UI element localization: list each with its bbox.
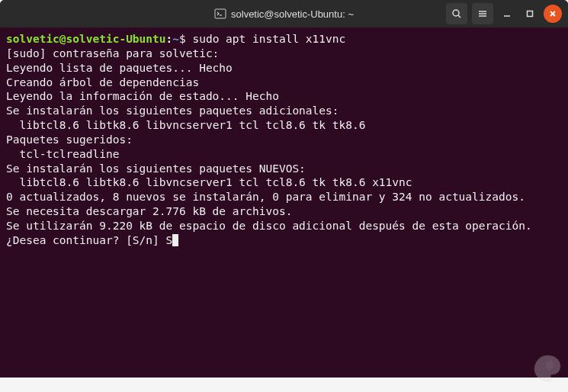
terminal-window: solvetic@solvetic-Ubuntu: ~ solvetic@sol… <box>0 0 568 378</box>
maximize-button[interactable] <box>521 5 539 23</box>
minimize-button[interactable] <box>498 5 516 23</box>
titlebar: solvetic@solvetic-Ubuntu: ~ <box>0 0 568 27</box>
menu-button[interactable] <box>472 3 493 24</box>
output-line: Paquetes sugeridos: <box>6 133 562 147</box>
svg-point-11 <box>546 361 554 370</box>
watermark-icon <box>531 352 563 387</box>
output-line: Se instalarán los siguientes paquetes NU… <box>6 162 562 176</box>
output-line: tcl-tclreadline <box>6 147 562 162</box>
terminal-icon <box>214 8 226 20</box>
svg-line-3 <box>458 15 460 18</box>
output-line: Se necesita descargar 2.776 kB de archiv… <box>6 204 562 219</box>
terminal-body[interactable]: solvetic@solvetic-Ubuntu:~$ sudo apt ins… <box>0 27 568 252</box>
svg-rect-0 <box>215 9 226 18</box>
prompt-line: solvetic@solvetic-Ubuntu:~$ sudo apt ins… <box>6 32 562 47</box>
command-text: sudo apt install x11vnc <box>192 33 345 45</box>
cursor <box>172 234 178 246</box>
close-button[interactable] <box>544 5 562 23</box>
prompt-symbol: $ <box>179 33 186 45</box>
output-line: libtcl8.6 libtk8.6 libvncserver1 tcl tcl… <box>6 175 562 190</box>
continue-prompt-line: ¿Desea continuar? [S/n] S <box>6 233 562 248</box>
svg-rect-8 <box>528 11 533 17</box>
output-line: libtcl8.6 libtk8.6 libvncserver1 tcl tcl… <box>6 118 562 133</box>
window-title: solvetic@solvetic-Ubuntu: ~ <box>231 8 354 20</box>
output-line: 0 actualizados, 8 nuevos se instalarán, … <box>6 190 562 204</box>
output-line: Leyendo la información de estado... Hech… <box>6 89 562 104</box>
output-line: Se utilizarán 9.220 kB de espacio de dis… <box>6 219 562 233</box>
output-line: [sudo] contraseña para solvetic: <box>6 47 562 61</box>
prompt-path: ~ <box>172 33 179 45</box>
window-title-area: solvetic@solvetic-Ubuntu: ~ <box>214 8 354 20</box>
output-line: Creando árbol de dependencias <box>6 76 562 90</box>
output-line: Leyendo lista de paquetes... Hecho <box>6 61 562 76</box>
search-button[interactable] <box>446 3 467 24</box>
svg-point-2 <box>453 10 459 16</box>
prompt-user-host: solvetic@solvetic-Ubuntu <box>6 33 166 45</box>
output-line: Se instalarán los siguientes paquetes ad… <box>6 104 562 118</box>
